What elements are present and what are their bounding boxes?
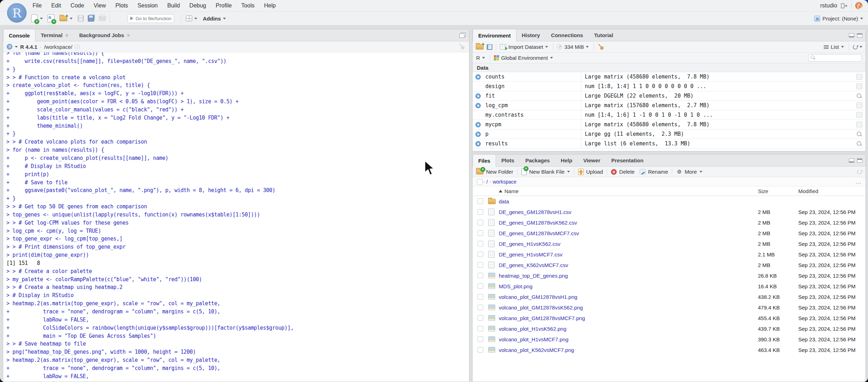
file-row[interactable]: DE_genes_H1vsK562.csv 2 MB Sep 23, 2024,… bbox=[473, 238, 866, 249]
expand-object-icon[interactable] bbox=[475, 122, 481, 127]
file-row[interactable]: heatmap_top_DE_genes.png 26.8 KB Sep 23,… bbox=[473, 270, 866, 281]
project-selector[interactable]: Project: (None) bbox=[814, 16, 863, 22]
file-row[interactable]: volcano_plot_GM12878vsK562.png 479.4 KB … bbox=[473, 302, 866, 313]
file-name-link[interactable]: heatmap_top_DE_genes.png bbox=[499, 273, 747, 279]
environment-variable-row[interactable]: my.contrasts num [1:4, 1:6] 1 -1 0 0 1 0… bbox=[473, 110, 866, 120]
maximize-pane-icon[interactable] bbox=[459, 33, 466, 38]
file-row[interactable]: volcano_plot_K562vsMCF7.png 463.4 KB Sep… bbox=[473, 345, 866, 355]
environment-variable-row[interactable]: p Large gg (11 elements, 2.3 MB) bbox=[473, 129, 866, 139]
environment-pane-tab[interactable]: History bbox=[516, 29, 546, 41]
file-row[interactable]: volcano_plot_H1vsK562.png 439.7 KB Sep 2… bbox=[473, 323, 866, 334]
variable-action-cell[interactable] bbox=[853, 74, 866, 80]
upload-button[interactable]: Upload bbox=[578, 169, 603, 175]
files-pane-tab[interactable]: Files bbox=[473, 155, 496, 167]
files-pane-tab[interactable]: Help bbox=[555, 155, 578, 166]
file-row[interactable]: MDS_plot.png 16.4 KB Sep 23, 2024, 12:56… bbox=[473, 281, 866, 291]
open-file-icon[interactable] bbox=[59, 16, 67, 21]
view-table-icon[interactable] bbox=[856, 74, 862, 80]
save-all-icon[interactable] bbox=[88, 15, 94, 22]
variable-action-cell[interactable] bbox=[853, 131, 866, 137]
console-pane-tab[interactable]: Terminal × bbox=[35, 29, 74, 41]
file-checkbox[interactable] bbox=[478, 220, 483, 225]
file-row[interactable]: volcano_plot_H1vsMCF7.png 390.3 KB Sep 2… bbox=[473, 334, 866, 345]
clear-environment-icon[interactable] bbox=[596, 42, 606, 52]
breadcrumb-more-button[interactable]: ... bbox=[856, 179, 861, 185]
file-row[interactable]: DE_genes_GM12878vsK562.csv 2 MB Sep 23, … bbox=[473, 217, 866, 228]
file-name-link[interactable]: volcano_plot_K562vsMCF7.png bbox=[499, 347, 747, 353]
new-blank-file-button[interactable]: New Blank File bbox=[521, 168, 570, 175]
addins-caret[interactable] bbox=[223, 18, 226, 19]
expand-object-icon[interactable] bbox=[475, 132, 481, 137]
more-button[interactable]: More bbox=[676, 169, 702, 175]
view-table-icon[interactable] bbox=[856, 112, 862, 118]
sign-out-icon[interactable] bbox=[841, 3, 848, 8]
menubar-item[interactable]: Plots bbox=[115, 2, 128, 9]
memory-usage-button[interactable]: 334 MiB bbox=[557, 44, 589, 50]
refresh-files-icon[interactable] bbox=[856, 168, 863, 175]
tab-close-icon[interactable]: × bbox=[127, 33, 130, 38]
file-name-link[interactable]: volcano_plot_H1vsMCF7.png bbox=[499, 336, 747, 342]
file-row[interactable]: DE_genes_H1vsMCF7.csv 2.1 MB Sep 23, 202… bbox=[473, 249, 866, 260]
file-checkbox[interactable] bbox=[478, 209, 483, 215]
pane-layout-icon[interactable] bbox=[186, 16, 192, 21]
menubar-item[interactable]: Help bbox=[264, 2, 276, 9]
breadcrumb-folder[interactable]: workspace bbox=[493, 179, 516, 185]
file-checkbox[interactable] bbox=[478, 315, 483, 321]
file-row[interactable]: DE_genes_GM12878vsH1.csv 2 MB Sep 23, 20… bbox=[473, 207, 866, 217]
file-checkbox[interactable] bbox=[478, 198, 483, 204]
environment-pane-tab[interactable]: Environment bbox=[473, 29, 516, 41]
variable-action-cell[interactable] bbox=[853, 83, 866, 89]
view-table-icon[interactable] bbox=[856, 122, 862, 127]
file-checkbox[interactable] bbox=[478, 251, 483, 257]
load-workspace-icon[interactable] bbox=[476, 44, 484, 50]
power-button[interactable] bbox=[855, 2, 862, 9]
minimize-pane-icon[interactable] bbox=[849, 158, 854, 163]
new-project-icon[interactable] bbox=[47, 15, 55, 22]
minimize-pane-icon[interactable] bbox=[849, 33, 854, 37]
file-row[interactable]: volcano_plot_GM12878vsMCF7.png 455.4 KB … bbox=[473, 313, 866, 323]
view-mode-button[interactable]: List bbox=[824, 44, 844, 50]
refresh-caret[interactable] bbox=[860, 46, 862, 48]
file-name-link[interactable]: MDS_plot.png bbox=[499, 283, 747, 289]
files-pane-tab[interactable]: Plots bbox=[496, 155, 520, 166]
expand-object-icon[interactable] bbox=[475, 74, 481, 80]
tab-close-icon[interactable]: × bbox=[65, 33, 68, 38]
file-name-link[interactable]: volcano_plot_GM12878vsH1.png bbox=[499, 294, 747, 300]
goto-file-function-box[interactable] bbox=[127, 14, 174, 23]
inspect-object-icon[interactable] bbox=[856, 141, 862, 146]
variable-action-cell[interactable] bbox=[853, 122, 866, 127]
console-output[interactable]: > for (name in names(results)) {+ write.… bbox=[3, 52, 469, 382]
file-checkbox[interactable] bbox=[478, 273, 483, 278]
select-all-checkbox[interactable] bbox=[477, 179, 482, 185]
file-name-link[interactable]: volcano_plot_GM12878vsMCF7.png bbox=[499, 315, 747, 321]
rename-button[interactable]: Rename bbox=[640, 169, 668, 175]
file-checkbox[interactable] bbox=[478, 262, 483, 268]
column-header-size[interactable]: Size bbox=[747, 188, 798, 194]
file-name-link[interactable]: DE_genes_H1vsMCF7.csv bbox=[499, 251, 747, 257]
open-in-window-icon[interactable] bbox=[75, 45, 80, 49]
environment-variable-row[interactable]: results Large list (6 elements, 13.3 MB) bbox=[473, 139, 866, 149]
environment-scope-selector[interactable]: Global Environment bbox=[494, 55, 553, 61]
environment-pane-tab[interactable]: Connections bbox=[546, 29, 589, 41]
new-file-dropdown-caret[interactable] bbox=[40, 18, 43, 19]
maximize-pane-icon[interactable] bbox=[857, 33, 862, 37]
addins-button[interactable]: Addins bbox=[203, 16, 221, 22]
new-file-icon[interactable] bbox=[31, 15, 38, 22]
save-workspace-icon[interactable] bbox=[487, 44, 492, 50]
menubar-item[interactable]: File bbox=[33, 2, 42, 9]
open-file-dropdown-caret[interactable] bbox=[70, 18, 73, 19]
menubar-item[interactable]: Debug bbox=[189, 2, 206, 9]
file-checkbox[interactable] bbox=[478, 326, 483, 331]
environment-variable-row[interactable]: log_cpm Large matrix (157680 elements, 2… bbox=[473, 101, 866, 110]
environment-variable-row[interactable]: fit Large DGEGLM (22 elements, 20 MB) bbox=[473, 91, 866, 101]
file-name-link[interactable]: DE_genes_GM12878vsH1.csv bbox=[499, 209, 747, 215]
file-checkbox[interactable] bbox=[478, 283, 483, 289]
column-header-modified[interactable]: Modified bbox=[798, 188, 866, 194]
variable-action-cell[interactable] bbox=[853, 93, 866, 99]
environment-search-box[interactable] bbox=[808, 54, 862, 62]
file-row[interactable]: data bbox=[473, 196, 866, 207]
file-checkbox[interactable] bbox=[478, 347, 483, 353]
files-pane-tab[interactable]: Presentation bbox=[606, 155, 649, 166]
variable-action-cell[interactable] bbox=[853, 141, 866, 146]
column-header-name[interactable]: Name bbox=[499, 188, 747, 194]
